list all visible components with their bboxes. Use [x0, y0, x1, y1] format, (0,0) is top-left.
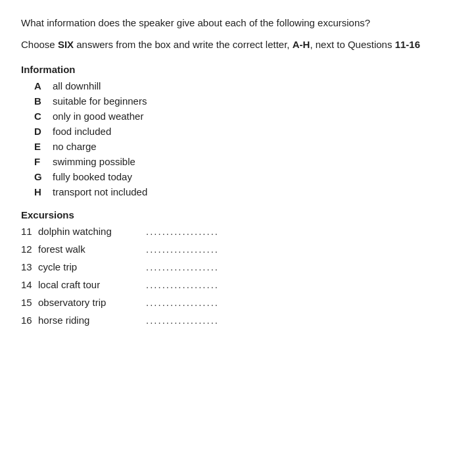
excursion-number: 16 — [21, 315, 38, 326]
info-row: Bsuitable for beginners — [34, 95, 455, 107]
excursion-answer-dots: .................. — [146, 315, 219, 326]
info-row: Conly in good weather — [34, 111, 455, 122]
info-description: transport not included — [53, 186, 147, 197]
excursion-row: 14local craft tour.................. — [21, 279, 455, 290]
excursion-number: 13 — [21, 261, 38, 272]
excursion-name: observatory trip — [38, 297, 143, 308]
info-letter: G — [34, 171, 53, 182]
instruction-line2: Choose SIX answers from the box and writ… — [21, 38, 455, 53]
excursion-name: cycle trip — [38, 261, 143, 272]
excursion-answer-dots: .................. — [146, 261, 219, 272]
info-row: Eno charge — [34, 141, 455, 152]
instruction-end: , next to Questions — [310, 39, 394, 50]
info-letter: F — [34, 156, 53, 167]
instruction-range: 11-16 — [395, 39, 420, 50]
excursion-answer-dots: .................. — [146, 279, 219, 290]
info-description: fully booked today — [53, 171, 132, 182]
info-row: Dfood included — [34, 126, 455, 137]
excursion-row: 16horse riding.................. — [21, 315, 455, 326]
excursion-answer-dots: .................. — [146, 226, 219, 237]
info-description: only in good weather — [53, 111, 143, 122]
info-letter: B — [34, 95, 53, 107]
info-letter: E — [34, 141, 53, 152]
info-description: food included — [53, 126, 111, 137]
excursion-row: 15observatory trip.................. — [21, 297, 455, 308]
info-letter: H — [34, 186, 53, 197]
excursion-name: forest walk — [38, 243, 143, 255]
excursion-number: 11 — [21, 226, 38, 237]
info-description: suitable for beginners — [53, 95, 147, 107]
excursion-name: dolphin watching — [38, 226, 143, 237]
info-row: Gfully booked today — [34, 171, 455, 182]
instruction-ah: A-H — [293, 39, 310, 50]
excursion-row: 13cycle trip.................. — [21, 261, 455, 272]
instruction-six: SIX — [58, 39, 74, 50]
excursions-section-title: Excursions — [21, 209, 455, 220]
info-description: all downhill — [53, 80, 101, 91]
info-letter: D — [34, 126, 53, 137]
excursion-answer-dots: .................. — [146, 297, 219, 308]
info-description: swimming possible — [53, 156, 135, 167]
instruction-choose-prefix: Choose — [21, 39, 58, 50]
excursion-number: 14 — [21, 279, 38, 290]
excursion-name: local craft tour — [38, 279, 143, 290]
excursions-section: Excursions 11dolphin watching...........… — [21, 209, 455, 326]
excursion-name: horse riding — [38, 315, 143, 326]
instruction-middle: answers from the box and write the corre… — [74, 39, 293, 50]
excursion-answer-dots: .................. — [146, 243, 219, 255]
excursion-number: 15 — [21, 297, 38, 308]
info-description: no charge — [53, 141, 97, 152]
info-row: Aall downhill — [34, 80, 455, 91]
info-row: Htransport not included — [34, 186, 455, 197]
info-table: Aall downhillBsuitable for beginnersConl… — [34, 80, 455, 197]
excursion-row: 12forest walk.................. — [21, 243, 455, 255]
info-letter: C — [34, 111, 53, 122]
excursion-number: 12 — [21, 243, 38, 255]
instruction-line1: What information does the speaker give a… — [21, 16, 455, 31]
excursion-row: 11dolphin watching.................. — [21, 226, 455, 237]
info-section-title: Information — [21, 64, 455, 75]
info-letter: A — [34, 80, 53, 91]
info-row: Fswimming possible — [34, 156, 455, 167]
